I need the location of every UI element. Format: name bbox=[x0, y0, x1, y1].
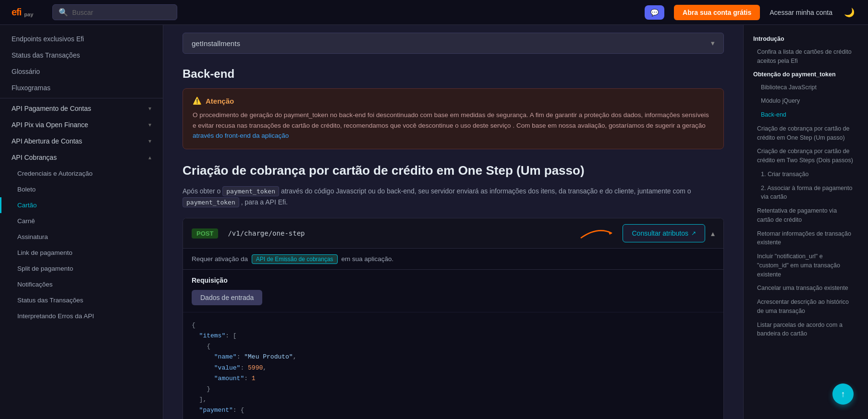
discord-icon: 💬 bbox=[650, 9, 659, 16]
arrow-decoration bbox=[578, 226, 617, 240]
sidebar-item-api-pix[interactable]: API Pix via Open Finance ▾ bbox=[0, 117, 163, 133]
toc-item-acrescentar[interactable]: Acrescentar descrição ao histórico de um… bbox=[744, 295, 868, 318]
collapse-icon[interactable]: ▴ bbox=[711, 229, 715, 238]
toc-item-cancelar[interactable]: Cancelar uma transação existente bbox=[744, 281, 868, 295]
search-input[interactable] bbox=[72, 9, 171, 16]
sidebar-item-label: Notificações bbox=[17, 281, 53, 288]
scroll-top-button[interactable]: ↑ bbox=[832, 383, 854, 405]
toc-payment-token[interactable]: Obtenção do payment_token bbox=[744, 68, 868, 81]
endpoint-path: /v1/charge/one-step bbox=[228, 229, 305, 237]
consult-attributes-button[interactable]: Consultar atributos ↗ bbox=[623, 224, 705, 242]
toc-item-retornar-info[interactable]: Retornar informações de transação existe… bbox=[744, 227, 868, 250]
chevron-up-icon: ▴ bbox=[148, 154, 151, 161]
sidebar-item-status-transacoes2[interactable]: Status das Transações bbox=[0, 292, 163, 308]
sidebar-item-label: Carnê bbox=[17, 217, 35, 225]
chevron-down-icon: ▾ bbox=[148, 121, 151, 128]
warning-link[interactable]: através do front-end da aplicação bbox=[193, 132, 289, 139]
toc-intro[interactable]: Introdução bbox=[744, 33, 868, 45]
main-content: getInstallments ▾ Back-end ⚠️ Atenção O … bbox=[163, 25, 743, 419]
sidebar-item-api-pagamento[interactable]: API Pagamento de Contas ▾ bbox=[0, 100, 163, 117]
sidebar-item-label: API Pix via Open Finance bbox=[12, 121, 88, 129]
left-sidebar: Endpoints exclusivos Efi Status das Tran… bbox=[0, 25, 163, 419]
sidebar-item-cartao[interactable]: Cartão bbox=[0, 197, 163, 213]
toc-item-one-step[interactable]: Criação de cobrança por cartão de crédit… bbox=[744, 122, 868, 145]
sidebar-item-endpoints[interactable]: Endpoints exclusivos Efi bbox=[0, 31, 163, 47]
theme-toggle-button[interactable]: 🌙 bbox=[842, 5, 856, 20]
sidebar-item-notificacoes[interactable]: Notificações bbox=[0, 276, 163, 292]
right-sidebar-toc: Introdução Confira a lista de cartões de… bbox=[743, 25, 868, 419]
sidebar-item-label: Status das Transações bbox=[17, 297, 83, 304]
sidebar-item-interpretando-erros[interactable]: Interpretando Erros da API bbox=[0, 308, 163, 324]
sidebar-item-label: Status das Transações bbox=[12, 51, 80, 59]
logo[interactable]: efi pay bbox=[12, 7, 33, 18]
api-emissao-badge: API de Emissão de cobranças bbox=[252, 254, 338, 264]
toc-item-listar-parcelas[interactable]: Listar parcelas de acordo com a bandeira… bbox=[744, 318, 868, 341]
chevron-down-icon: ▾ bbox=[148, 105, 151, 112]
toc-item-two-steps[interactable]: Criação de cobrança por cartão de crédit… bbox=[744, 144, 868, 168]
sidebar-item-label: Interpretando Erros da API bbox=[17, 312, 94, 320]
sidebar-item-fluxogramas[interactable]: Fluxogramas bbox=[0, 80, 163, 96]
dados-entrada-tab[interactable]: Dados de entrada bbox=[192, 290, 262, 305]
dropdown-label: getInstallments bbox=[192, 39, 240, 48]
json-code-block: { "items": [ { "name": "Meu Produto", "v… bbox=[183, 312, 723, 419]
external-link-icon: ↗ bbox=[691, 230, 696, 237]
api-notice: Requer ativação da API de Emissão de cob… bbox=[183, 249, 723, 270]
method-badge: POST bbox=[192, 228, 218, 239]
sidebar-item-link-pagamento[interactable]: Link de pagamento bbox=[0, 245, 163, 261]
sidebar-item-label: Fluxogramas bbox=[12, 84, 50, 92]
sidebar-item-label: Glossário bbox=[12, 68, 40, 75]
getinstallments-dropdown[interactable]: getInstallments ▾ bbox=[183, 33, 724, 54]
chevron-down-icon: ▾ bbox=[148, 138, 151, 144]
sidebar-item-label: API Pagamento de Contas bbox=[12, 105, 91, 112]
topnav: efi pay 🔍 💬 Abra sua conta grátis Acessa… bbox=[0, 0, 868, 25]
layout: Endpoints exclusivos Efi Status das Tran… bbox=[0, 25, 868, 419]
sidebar-item-status-transacoes[interactable]: Status das Transações bbox=[0, 47, 163, 63]
sidebar-item-label: API Abertura de Contas bbox=[12, 137, 82, 145]
warning-text: O procedimento de geração do payment_tok… bbox=[193, 110, 714, 141]
discord-button[interactable]: 💬 bbox=[645, 5, 664, 20]
sidebar-item-label: API Cobranças bbox=[12, 154, 57, 161]
intro-end: , para a API Efi. bbox=[241, 198, 288, 206]
toc-item-incluir-notification[interactable]: Incluir "notification_url" e "custom_id"… bbox=[744, 250, 868, 281]
sidebar-item-api-cobracas[interactable]: API Cobranças ▴ bbox=[0, 149, 163, 166]
intro-mid: através do código Javascript ou do back-… bbox=[281, 187, 691, 195]
consult-btn-label: Consultar atributos bbox=[632, 229, 688, 237]
sidebar-item-label: Assinatura bbox=[17, 233, 48, 240]
sidebar-item-api-abertura[interactable]: API Abertura de Contas ▾ bbox=[0, 133, 163, 149]
requisicao-section: Requisição Dados de entrada bbox=[183, 270, 723, 312]
api-code-block: POST /v1/charge/one-step Consultar atrib… bbox=[183, 218, 724, 419]
payment-token-code-2: payment_token bbox=[183, 197, 239, 207]
toc-item-lista-cartoes[interactable]: Confira a lista de cartões de crédito ac… bbox=[744, 45, 868, 68]
toc-item-criar-transacao[interactable]: 1. Criar transação bbox=[744, 168, 868, 181]
warning-box: ⚠️ Atenção O procedimento de geração do … bbox=[183, 88, 724, 149]
toc-item-biblioteca-js[interactable]: Biblioteca JavaScript bbox=[744, 81, 868, 95]
cta-button[interactable]: Abra sua conta grátis bbox=[674, 5, 760, 20]
sidebar-item-label: Split de pagamento bbox=[17, 265, 73, 272]
sidebar-item-glossario[interactable]: Glossário bbox=[0, 63, 163, 80]
toc-item-modulo-jquery[interactable]: Módulo jQuery bbox=[744, 94, 868, 108]
api-block-header: POST /v1/charge/one-step Consultar atrib… bbox=[183, 218, 723, 249]
sidebar-item-assinatura[interactable]: Assinatura bbox=[0, 229, 163, 245]
requisicao-title: Requisição bbox=[192, 276, 715, 284]
sidebar-item-label: Credenciais e Autorização bbox=[17, 170, 93, 177]
sidebar-divider bbox=[0, 98, 163, 98]
toc-item-retentativa[interactable]: Retentativa de pagamento via cartão de c… bbox=[744, 204, 868, 227]
sidebar-item-credenciais[interactable]: Credenciais e Autorização bbox=[0, 166, 163, 181]
sidebar-item-label: Cartão bbox=[17, 202, 37, 209]
sidebar-item-boleto[interactable]: Boleto bbox=[0, 181, 163, 197]
sidebar-item-carne[interactable]: Carnê bbox=[0, 213, 163, 229]
warning-title: ⚠️ Atenção bbox=[193, 96, 714, 105]
search-bar[interactable]: 🔍 bbox=[52, 4, 177, 20]
login-link[interactable]: Acessar minha conta bbox=[770, 9, 832, 16]
sidebar-item-split-pagamento[interactable]: Split de pagamento bbox=[0, 261, 163, 276]
logo-pay-text: pay bbox=[24, 12, 33, 17]
toc-item-backend[interactable]: Back-end bbox=[744, 108, 868, 122]
logo-efi-text: efi bbox=[12, 7, 21, 18]
intro-text: Após obter o bbox=[183, 187, 220, 195]
sidebar-item-label: Endpoints exclusivos Efi bbox=[12, 35, 84, 43]
chevron-down-icon: ▾ bbox=[711, 39, 715, 48]
intro-paragraph: Após obter o payment_token através do có… bbox=[183, 186, 724, 209]
one-step-heading: Criação de cobrança por cartão de crédit… bbox=[183, 163, 724, 179]
toc-item-associar-forma[interactable]: 2. Associar à forma de pagamento via car… bbox=[744, 181, 868, 204]
backend-heading: Back-end bbox=[183, 67, 724, 81]
